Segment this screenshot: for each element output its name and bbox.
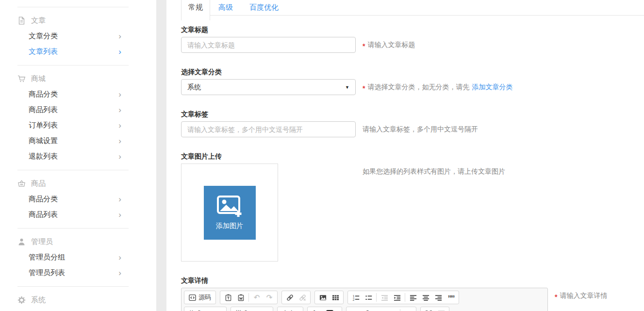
help-text: 请输入文章标签，多个用中文逗号隔开	[363, 125, 478, 134]
sidebar-section-system: 系统 基本信息 ›	[0, 287, 156, 311]
toolbar-separator	[405, 293, 405, 302]
sidebar-group-label: 商城	[31, 74, 46, 83]
add-image-label: 添加图片	[216, 222, 243, 230]
sidebar-item-goods-list[interactable]: 商品列表 ›	[0, 207, 156, 222]
undo-button[interactable]: ↶	[250, 292, 263, 303]
field-article-category: 选择文章分类 系统 ▼ * 请选择文章分类，如无分类，请先 添加文章分类	[181, 67, 644, 95]
field-help: 如果您选择的列表样式有图片，请上传文章图片	[363, 164, 505, 176]
sidebar-item-mall-settings[interactable]: 商城设置 ›	[0, 133, 156, 148]
align-right-button[interactable]	[432, 292, 445, 303]
sidebar-group-system[interactable]: 系统	[0, 292, 156, 308]
indent-button[interactable]	[391, 292, 403, 303]
article-title-input[interactable]	[181, 37, 356, 53]
sidebar-item-goods-categories[interactable]: 商品分类 ›	[0, 191, 156, 207]
bold-button[interactable]: B	[348, 308, 361, 311]
sidebar-item-basic-info[interactable]: 基本信息 ›	[0, 308, 156, 311]
sidebar-group-mall[interactable]: 商城	[0, 71, 156, 86]
chevron-right-icon: ›	[118, 32, 121, 40]
sidebar-group-admin[interactable]: 管理员	[0, 234, 156, 249]
article-category-select[interactable]: 系统 ▼	[181, 79, 356, 95]
sidebar-item-label: 文章分类	[29, 32, 58, 41]
insert-image-button[interactable]	[316, 292, 329, 303]
sidebar-group-article[interactable]: 文章	[0, 13, 156, 28]
sidebar-group-label: 管理员	[31, 237, 53, 246]
add-image-icon	[216, 195, 243, 217]
bulleted-list-button[interactable]	[362, 292, 375, 303]
chevron-right-icon: ›	[118, 211, 121, 219]
outdent-icon	[381, 294, 388, 301]
help-text: 请输入文章详情	[560, 292, 607, 300]
chevron-right-icon: ›	[118, 48, 121, 56]
image-upload-dropzone[interactable]: 添加图片	[181, 164, 278, 262]
size-dropdown[interactable]: 大小	[277, 307, 303, 311]
blockquote-button[interactable]: ””	[445, 292, 457, 303]
paste-word-icon	[237, 294, 245, 301]
field-article-content: 文章详情 源码	[181, 276, 644, 311]
sidebar-item-refund-list[interactable]: 退款列表 ›	[0, 148, 156, 164]
field-label: 文章标题	[181, 25, 644, 34]
field-help: * 请选择文章分类，如无分类，请先 添加文章分类	[363, 83, 512, 92]
field-help: * 请输入文章标题	[363, 41, 415, 49]
help-text: 如果您选择的列表样式有图片，请上传文章图片	[363, 167, 505, 176]
underline-button[interactable]: U	[373, 308, 386, 311]
sidebar-item-label: 商城设置	[29, 136, 58, 146]
sidebar-item-label: 商品列表	[29, 105, 58, 115]
sidebar-item-label: 商品分类	[29, 90, 58, 99]
sidebar-item-product-list[interactable]: 商品列表 ›	[0, 102, 156, 117]
numbered-list-button[interactable]: 1 2	[349, 292, 362, 303]
paste-word-button[interactable]	[234, 292, 247, 303]
style-dropdown[interactable]: 样式	[231, 307, 273, 311]
outdent-button[interactable]	[378, 292, 391, 303]
sidebar-item-article-categories[interactable]: 文章分类 ›	[0, 28, 156, 44]
format-dropdown[interactable]: 格式	[184, 307, 227, 311]
redo-button[interactable]: ↷	[263, 292, 276, 303]
user-icon	[17, 238, 26, 246]
table-icon	[332, 294, 339, 301]
gear-icon	[17, 296, 26, 304]
tab-baidu-seo[interactable]: 百度优化	[241, 0, 287, 20]
tab-general[interactable]: 常规	[181, 0, 210, 20]
select-caret-icon: ▼	[345, 85, 349, 90]
paste-text-button[interactable]	[222, 292, 234, 303]
add-image-button[interactable]: 添加图片	[204, 186, 256, 240]
editor-toolbar-row-1: 源码	[184, 291, 545, 304]
unlink-button[interactable]	[296, 292, 309, 303]
sidebar-group-goods[interactable]: 商品	[0, 176, 156, 191]
sidebar-group-label: 商品	[31, 179, 46, 188]
italic-button[interactable]: I	[361, 308, 373, 311]
sidebar-item-admin-list[interactable]: 管理员列表 ›	[0, 265, 156, 280]
style-label: 样式	[235, 309, 248, 311]
article-tags-input[interactable]	[181, 121, 356, 137]
toolbar-separator	[376, 293, 377, 302]
chevron-right-icon: ›	[118, 106, 121, 114]
svg-text:2: 2	[352, 297, 354, 301]
sidebar-group-label: 文章	[31, 16, 46, 25]
show-blocks-button[interactable]	[435, 308, 447, 311]
text-color-button[interactable]: A	[309, 308, 324, 311]
maximize-button[interactable]	[422, 308, 435, 311]
sidebar-main-gutter	[156, 0, 166, 311]
sidebar-item-order-list[interactable]: 订单列表 ›	[0, 117, 156, 133]
remove-format-button[interactable]: Tx	[402, 308, 414, 311]
align-right-icon	[435, 294, 442, 301]
toolbar-separator	[400, 309, 400, 311]
numbered-list-icon: 1 2	[352, 294, 360, 301]
source-icon	[189, 294, 196, 301]
basket-icon	[17, 180, 26, 188]
link-button[interactable]	[283, 292, 296, 303]
tab-advanced[interactable]: 高级	[210, 0, 241, 20]
background-color-button[interactable]: A	[324, 308, 340, 311]
strikethrough-button[interactable]: S	[386, 308, 398, 311]
sidebar-item-label: 退款列表	[29, 152, 58, 161]
selected-category: 系统	[187, 83, 201, 92]
align-center-button[interactable]	[419, 292, 432, 303]
sidebar-item-admin-groups[interactable]: 管理员分组 ›	[0, 249, 156, 265]
source-button[interactable]: 源码	[186, 292, 214, 303]
add-category-link[interactable]: 添加文章分类	[472, 83, 512, 92]
align-left-button[interactable]	[407, 292, 419, 303]
insert-table-button[interactable]	[329, 292, 342, 303]
sidebar-item-product-categories[interactable]: 商品分类 ›	[0, 86, 156, 102]
sidebar-item-article-list[interactable]: 文章列表 ›	[0, 44, 156, 59]
sidebar-item-label: 商品分类	[29, 195, 58, 204]
format-label: 格式	[189, 309, 201, 311]
